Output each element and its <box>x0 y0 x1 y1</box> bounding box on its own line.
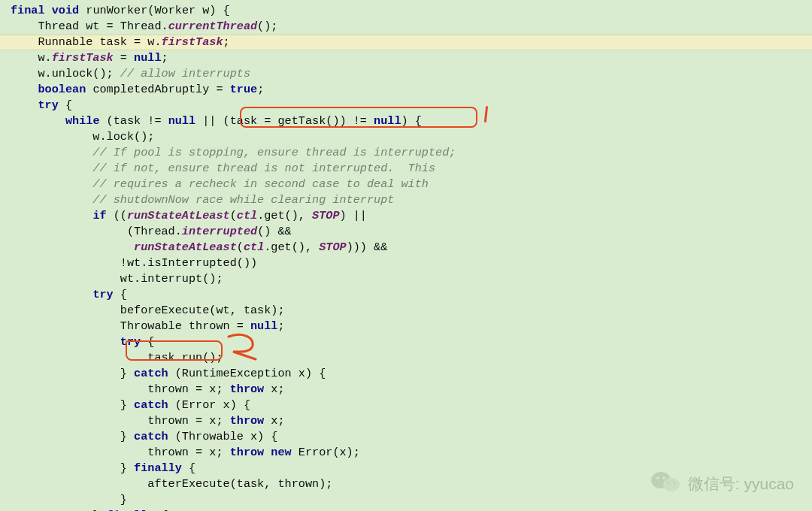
code-block: final void runWorker(Worker w) { Thread … <box>0 0 812 511</box>
highlighted-line: Runnable task = w.firstTask; <box>0 35 812 50</box>
